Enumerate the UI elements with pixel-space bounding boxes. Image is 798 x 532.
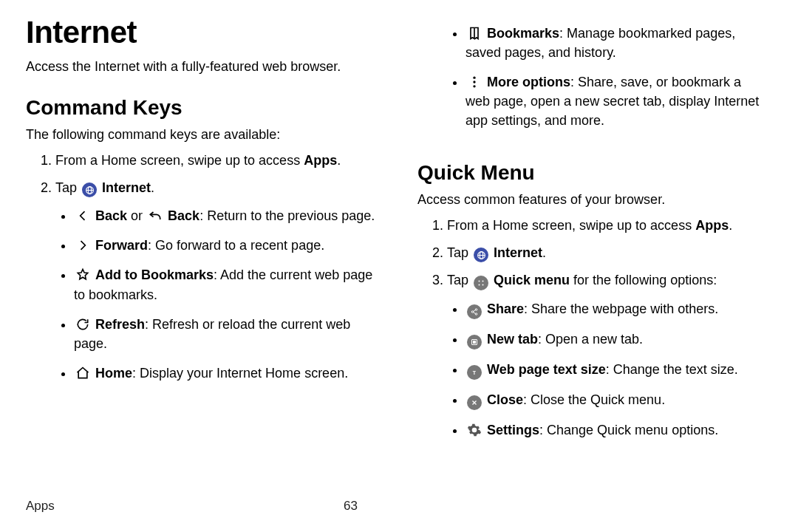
quick-menu-label: Quick menu bbox=[494, 273, 570, 287]
text: or bbox=[131, 208, 146, 223]
text: Tap bbox=[447, 245, 472, 260]
internet-icon bbox=[82, 183, 97, 197]
list-item: New tab: Open a new tab. bbox=[466, 330, 768, 349]
list-item: More options: Share, save, or bookmark a… bbox=[466, 72, 768, 130]
quick-menu-sub: Access common features of your browser. bbox=[417, 191, 768, 208]
svg-rect-15 bbox=[473, 341, 476, 344]
svg-point-7 bbox=[479, 281, 480, 282]
back-label: Back bbox=[95, 208, 127, 223]
settings-label: Settings bbox=[487, 423, 539, 437]
text: : Close the Quick menu. bbox=[523, 392, 665, 407]
text: : Share the webpage with others. bbox=[524, 301, 718, 316]
list-item: Back or Back: Return to the previous pag… bbox=[74, 206, 377, 225]
svg-point-2 bbox=[473, 77, 475, 79]
list-item: Refresh: Refresh or reload the current w… bbox=[74, 315, 377, 353]
home-icon bbox=[75, 366, 90, 381]
svg-point-3 bbox=[473, 81, 475, 83]
back-chevron-icon bbox=[75, 208, 90, 223]
text: for the following options: bbox=[570, 273, 717, 287]
command-keys-heading: Command Keys bbox=[26, 96, 377, 120]
back-label: Back bbox=[168, 208, 200, 223]
list-item: Tap Internet. bbox=[447, 244, 768, 263]
list-item: Forward: Go forward to a recent page. bbox=[74, 236, 377, 255]
more-options-label: More options bbox=[487, 75, 570, 89]
apps-label: Apps bbox=[304, 153, 337, 168]
text: . bbox=[542, 245, 546, 260]
svg-point-10 bbox=[482, 284, 484, 286]
text: : Change the text size. bbox=[606, 362, 738, 377]
share-icon bbox=[467, 304, 482, 319]
refresh-icon bbox=[75, 317, 90, 332]
close-icon bbox=[467, 395, 482, 410]
bookmarks-icon bbox=[467, 26, 482, 41]
list-item: Close: Close the Quick menu. bbox=[466, 390, 768, 410]
svg-point-9 bbox=[479, 284, 480, 286]
more-options-icon bbox=[467, 75, 482, 89]
quick-menu-steps: From a Home screen, swipe up to access A… bbox=[417, 216, 768, 451]
command-keys-bullets: Back or Back: Return to the previous pag… bbox=[55, 206, 377, 383]
bookmark-add-label: Add to Bookmarks bbox=[95, 267, 214, 282]
list-item: Tap Internet. Back or bbox=[55, 179, 377, 383]
svg-point-4 bbox=[473, 85, 475, 87]
text: Tap bbox=[447, 273, 472, 287]
list-item: Add to Bookmarks: Add the current web pa… bbox=[74, 265, 377, 304]
page-title: Internet bbox=[26, 15, 377, 50]
text: : Go forward to a recent page. bbox=[148, 238, 324, 253]
intro-text: Access the Internet with a fully-feature… bbox=[26, 58, 377, 75]
internet-icon bbox=[474, 248, 488, 262]
list-item: From a Home screen, swipe up to access A… bbox=[447, 216, 768, 235]
command-keys-sub: The following command keys are available… bbox=[26, 126, 377, 143]
command-keys-bullets-continued: Bookmarks: Manage bookmarked pages, save… bbox=[417, 24, 768, 140]
text: : Display your Internet Home screen. bbox=[132, 366, 348, 381]
back-arrow-icon bbox=[148, 208, 163, 223]
footer-page-number: 63 bbox=[344, 499, 768, 514]
text: . bbox=[151, 180, 154, 195]
list-item: T Web page text size: Change the text si… bbox=[466, 360, 768, 380]
command-keys-steps: From a Home screen, swipe up to access A… bbox=[26, 151, 377, 393]
text: . bbox=[337, 153, 341, 168]
page-footer: Apps 63 bbox=[26, 499, 768, 514]
home-label: Home bbox=[95, 366, 132, 381]
text: . bbox=[729, 218, 732, 233]
list-item: Home: Display your Internet Home screen. bbox=[74, 364, 377, 383]
quick-menu-heading: Quick Menu bbox=[417, 161, 768, 185]
text-size-icon: T bbox=[467, 365, 482, 380]
share-label: Share bbox=[487, 301, 524, 316]
internet-label: Internet bbox=[494, 245, 542, 260]
footer-section: Apps bbox=[26, 499, 344, 514]
quick-menu-icon bbox=[474, 276, 488, 290]
refresh-label: Refresh bbox=[95, 317, 145, 332]
text: From a Home screen, swipe up to access bbox=[447, 218, 695, 233]
text: Tap bbox=[55, 180, 81, 195]
text: From a Home screen, swipe up to access bbox=[55, 153, 304, 168]
list-item: From a Home screen, swipe up to access A… bbox=[55, 151, 377, 170]
new-tab-label: New tab bbox=[487, 332, 538, 347]
svg-text:T: T bbox=[473, 370, 477, 375]
settings-icon bbox=[467, 423, 482, 437]
list-item: Tap Quick menu for the following options… bbox=[447, 271, 768, 440]
star-icon bbox=[75, 267, 90, 282]
close-label: Close bbox=[487, 392, 523, 407]
new-tab-icon bbox=[467, 335, 482, 349]
list-item: Bookmarks: Manage bookmarked pages, save… bbox=[466, 24, 768, 62]
list-item: Settings: Change Quick menu options. bbox=[466, 420, 768, 440]
forward-label: Forward bbox=[95, 238, 148, 253]
svg-point-8 bbox=[482, 281, 484, 282]
forward-chevron-icon bbox=[75, 238, 90, 253]
bookmarks-label: Bookmarks bbox=[487, 26, 559, 41]
list-item: Share: Share the webpage with others. bbox=[466, 299, 768, 319]
text: : Open a new tab. bbox=[538, 332, 643, 347]
text-size-label: Web page text size bbox=[487, 362, 606, 377]
quick-menu-bullets: Share: Share the webpage with others. Ne… bbox=[447, 299, 768, 440]
apps-label: Apps bbox=[695, 218, 729, 233]
text: : Change Quick menu options. bbox=[539, 423, 718, 437]
internet-label: Internet bbox=[102, 180, 151, 195]
text: : Return to the previous page. bbox=[200, 208, 375, 223]
